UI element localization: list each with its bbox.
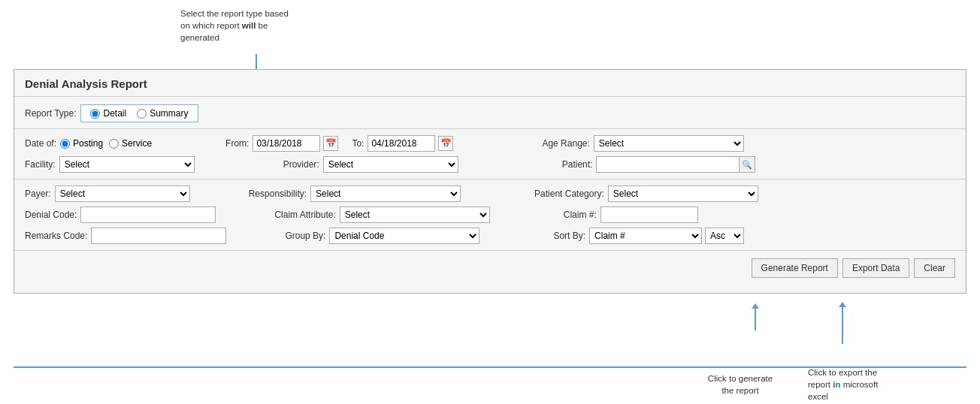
age-range-group: Age Range: Select (542, 135, 743, 152)
annotation-export: Click to export the report in microsoft … (808, 366, 921, 402)
responsibility-label: Responsibility: (249, 188, 307, 199)
sort-by-label: Sort By: (553, 231, 585, 241)
payer-group: Payer: Select (25, 185, 190, 202)
annotation-generate: Click to generate the report (691, 372, 789, 396)
report-type-row: Report Type: Detail Summary (14, 97, 966, 129)
group-by-group: Group By: Denial Code (285, 228, 479, 244)
patient-category-select[interactable]: Select (608, 185, 758, 202)
denial-code-group: Denial Code: (25, 207, 216, 223)
provider-group: Provider: Select (283, 156, 458, 173)
patient-label: Patient: (562, 159, 593, 170)
filter-row-4: Denial Code: Claim Attribute: Select Cla… (25, 207, 955, 223)
remarks-code-input[interactable] (91, 228, 226, 244)
patient-input[interactable] (596, 156, 739, 173)
radio-service[interactable] (109, 139, 119, 149)
radio-detail[interactable] (90, 109, 100, 119)
filter-row-3: Payer: Select Responsibility: Select Pat… (25, 185, 955, 202)
filter-section-1: Date of: Posting Service From: 📅 (14, 129, 966, 179)
claim-attribute-select[interactable]: Select (340, 207, 490, 223)
remarks-code-group: Remarks Code: (25, 228, 226, 244)
payer-select[interactable]: Select (55, 185, 190, 202)
responsibility-select[interactable]: Select (310, 185, 461, 202)
summary-label: Summary (150, 108, 188, 119)
facility-label: Facility: (25, 159, 56, 170)
age-range-select[interactable]: Select (594, 135, 744, 152)
claim-num-label: Claim #: (564, 210, 597, 220)
patient-category-label: Patient Category: (534, 188, 604, 199)
responsibility-group: Responsibility: Select (249, 185, 461, 202)
report-type-detail[interactable]: Detail (90, 108, 126, 119)
radio-posting[interactable] (60, 139, 70, 149)
report-type-summary[interactable]: Summary (137, 108, 188, 119)
clear-button[interactable]: Clear (914, 258, 955, 278)
radio-summary[interactable] (137, 109, 147, 119)
remarks-code-label: Remarks Code: (25, 231, 87, 241)
report-type-box: Detail Summary (80, 104, 198, 122)
service-option[interactable]: Service (109, 138, 152, 149)
provider-select[interactable]: Select (323, 156, 458, 173)
facility-group: Facility: Select (25, 156, 195, 173)
claim-attribute-label: Claim Attribute: (274, 210, 335, 220)
group-by-label: Group By: (285, 231, 325, 241)
sort-order-select[interactable]: Asc Desc (705, 228, 744, 244)
service-label: Service (122, 138, 152, 149)
patient-search-group: 🔍 (596, 156, 755, 173)
patient-search-button[interactable]: 🔍 (739, 156, 755, 173)
report-type-label: Report Type: (25, 108, 76, 119)
panel-title: Denial Analysis Report (14, 70, 966, 96)
to-group: To: 📅 (352, 135, 453, 152)
from-calendar-icon[interactable]: 📅 (323, 136, 338, 151)
sort-by-select[interactable]: Claim # (589, 228, 702, 244)
to-date-input[interactable] (368, 135, 435, 152)
to-label: To: (352, 138, 364, 149)
claim-num-input[interactable] (600, 207, 698, 223)
generate-report-button[interactable]: Generate Report (752, 258, 838, 278)
filter-row-1: Date of: Posting Service From: 📅 (25, 135, 955, 152)
action-buttons-row: Generate Report Export Data Clear (14, 251, 966, 285)
group-by-select[interactable]: Denial Code (329, 228, 479, 244)
denial-code-label: Denial Code: (25, 210, 77, 220)
export-data-button[interactable]: Export Data (842, 258, 909, 278)
age-range-label: Age Range: (542, 138, 589, 149)
detail-label: Detail (103, 108, 126, 119)
tooltip-report-type: Select the report type based on which re… (180, 8, 301, 44)
sort-by-group: Sort By: Claim # Asc Desc (553, 228, 744, 244)
filter-row-2: Facility: Select Provider: Select Patien… (25, 156, 955, 173)
denial-code-input[interactable] (80, 207, 216, 223)
date-of-group: Date of: Posting Service (25, 138, 152, 149)
export-arrow (842, 306, 843, 344)
to-calendar-icon[interactable]: 📅 (438, 136, 453, 151)
posting-label: Posting (73, 138, 103, 149)
filter-section-2: Payer: Select Responsibility: Select Pat… (14, 179, 966, 251)
posting-option[interactable]: Posting (60, 138, 103, 149)
provider-label: Provider: (283, 159, 319, 170)
payer-label: Payer: (25, 188, 51, 199)
patient-group: Patient: 🔍 (562, 156, 756, 173)
from-date-input[interactable] (253, 135, 320, 152)
generate-arrow (755, 308, 756, 330)
from-group: From: 📅 (225, 135, 338, 152)
from-label: From: (225, 138, 249, 149)
claim-attribute-group: Claim Attribute: Select (274, 207, 489, 223)
main-panel: Denial Analysis Report Report Type: Deta… (14, 69, 966, 294)
to-date-group: 📅 (368, 135, 453, 152)
from-date-group: 📅 (253, 135, 338, 152)
patient-category-group: Patient Category: Select (534, 185, 758, 202)
filter-row-5: Remarks Code: Group By: Denial Code Sort… (25, 228, 955, 244)
facility-select[interactable]: Select (59, 156, 195, 173)
date-of-label: Date of: (25, 138, 56, 149)
claim-num-group: Claim #: (564, 207, 698, 223)
sort-by-controls: Claim # Asc Desc (589, 228, 744, 244)
